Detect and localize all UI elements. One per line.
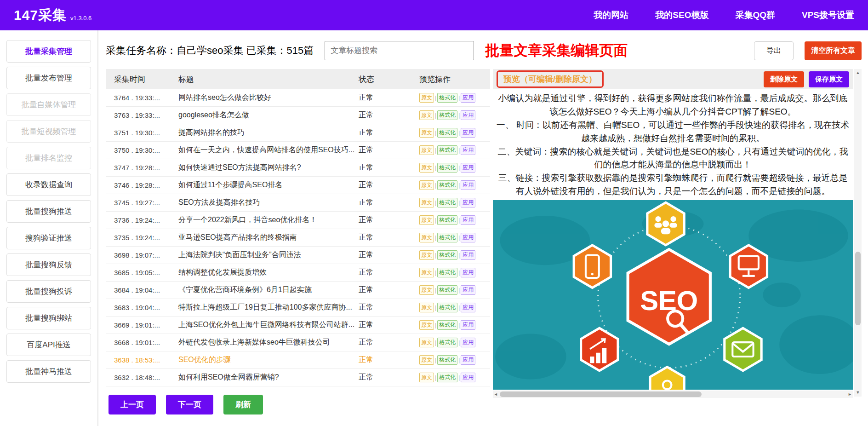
scroll-down-icon[interactable]: ▼ <box>855 389 861 397</box>
original-link[interactable]: 原文 <box>419 285 434 295</box>
original-link[interactable]: 原文 <box>419 198 434 207</box>
format-link[interactable]: 格式化 <box>437 268 457 277</box>
nav-my-website[interactable]: 我的网站 <box>594 9 628 21</box>
sidebar-item-publish-manage[interactable]: 批量发布管理 <box>6 67 91 89</box>
apply-link[interactable]: 应用 <box>461 338 475 347</box>
clear-all-articles-button[interactable]: 清空所有文章 <box>805 41 862 60</box>
sidebar-item-sogou-verify-push[interactable]: 搜狗验证推送 <box>6 227 91 249</box>
sidebar-item-sogou-bind-site[interactable]: 批量搜狗绑站 <box>6 307 91 329</box>
table-row[interactable]: 3764 . 19:33:...网站排名seo怎么做会比较好正常原文|格式化|应… <box>106 89 490 107</box>
table-row[interactable]: 3735 . 19:24:...亚马逊SEO提高产品排名的终极指南正常原文|格式… <box>106 229 490 247</box>
table-row[interactable]: 3747 . 19:28:...如何快速通过SEO方法提高网站排名?正常原文|格… <box>106 159 490 177</box>
table-row[interactable]: 3683 . 19:04:...特斯拉上海超级工厂19日复工推动100多家供应商… <box>106 299 490 317</box>
format-link[interactable]: 格式化 <box>437 285 457 295</box>
format-link[interactable]: 格式化 <box>437 355 457 365</box>
apply-link[interactable]: 应用 <box>461 215 475 225</box>
original-link[interactable]: 原文 <box>419 215 434 225</box>
apply-link[interactable]: 应用 <box>461 373 475 382</box>
table-row[interactable]: 3685 . 19:05:...结构调整优化发展提质增效正常原文|格式化|应用 <box>106 264 490 282</box>
nav-qq-group[interactable]: 采集QQ群 <box>735 9 775 21</box>
original-link[interactable]: 原文 <box>419 180 434 190</box>
sidebar-item-index-query[interactable]: 收录数据查询 <box>6 173 91 196</box>
original-link[interactable]: 原文 <box>419 268 434 277</box>
apply-link[interactable]: 应用 <box>461 268 475 277</box>
format-link[interactable]: 格式化 <box>437 198 457 207</box>
next-page-button[interactable]: 下一页 <box>166 395 213 414</box>
scroll-up-icon[interactable]: ▲ <box>855 69 861 77</box>
apply-link[interactable]: 应用 <box>461 163 475 173</box>
format-link[interactable]: 格式化 <box>437 233 457 242</box>
apply-link[interactable]: 应用 <box>461 180 475 190</box>
vertical-scroll-track[interactable] <box>854 77 862 389</box>
export-button[interactable]: 导出 <box>754 41 794 60</box>
refresh-button[interactable]: 刷新 <box>223 395 263 414</box>
original-link[interactable]: 原文 <box>419 320 434 330</box>
sidebar-item-sogou-complaint[interactable]: 批量搜狗投诉 <box>6 280 91 303</box>
apply-link[interactable]: 应用 <box>461 128 475 138</box>
original-link[interactable]: 原文 <box>419 93 434 103</box>
nav-my-seo-template[interactable]: 我的SEO模版 <box>655 9 708 21</box>
original-link[interactable]: 原文 <box>419 128 434 138</box>
table-row[interactable]: 3684 . 19:04:...《宁夏优化营商环境条例》6月1日起实施正常原文|… <box>106 282 490 299</box>
original-link[interactable]: 原文 <box>419 338 434 347</box>
sidebar-item-shenma-push[interactable]: 批量神马推送 <box>6 360 91 383</box>
table-row[interactable]: 3632 . 18:48:...如何利用SEO做全网霸屏营销?正常原文|格式化|… <box>106 369 490 386</box>
scroll-left-icon[interactable]: ◄ <box>493 391 499 398</box>
format-link[interactable]: 格式化 <box>437 145 457 155</box>
format-link[interactable]: 格式化 <box>437 338 457 347</box>
format-link[interactable]: 格式化 <box>437 215 457 225</box>
format-link[interactable]: 格式化 <box>437 320 457 330</box>
vertical-scrollbar[interactable]: ▲ ▼ <box>854 69 862 397</box>
sidebar-item-collect-manage[interactable]: 批量采集管理 <box>6 40 91 63</box>
format-link[interactable]: 格式化 <box>437 93 457 103</box>
original-link[interactable]: 原文 <box>419 355 434 365</box>
table-row[interactable]: 3746 . 19:28:...如何通过11个步骤提高SEO排名正常原文|格式化… <box>106 177 490 194</box>
sidebar-item-video-manage[interactable]: 批量短视频管理 <box>6 120 91 143</box>
apply-link[interactable]: 应用 <box>461 320 475 330</box>
apply-link[interactable]: 应用 <box>461 198 475 207</box>
apply-link[interactable]: 应用 <box>461 303 475 312</box>
sidebar-item-sogou-push[interactable]: 批量搜狗推送 <box>6 200 91 223</box>
delete-original-button[interactable]: 删除原文 <box>764 71 804 87</box>
horizontal-scrollbar[interactable]: ◄ ► <box>493 391 853 398</box>
format-link[interactable]: 格式化 <box>437 110 457 120</box>
table-row[interactable]: 3736 . 19:24:...分享一个2022新风口，抖音seo优化排名！正常… <box>106 212 490 229</box>
scroll-right-icon[interactable]: ► <box>847 391 853 398</box>
apply-link[interactable]: 应用 <box>461 145 475 155</box>
format-link[interactable]: 格式化 <box>437 250 457 260</box>
table-row[interactable]: 3751 . 19:30:...提高网站排名的技巧正常原文|格式化|应用 <box>106 124 490 142</box>
nav-vps-dial-settings[interactable]: VPS拨号设置 <box>802 9 854 21</box>
table-row[interactable]: 3750 . 19:30:...如何在一天之内，快速提高网站排名的使用SEO技巧… <box>106 142 490 159</box>
vertical-scroll-thumb[interactable] <box>855 252 861 325</box>
sidebar-item-baidu-api-push[interactable]: 百度API推送 <box>6 334 91 356</box>
horizontal-scroll-thumb[interactable] <box>500 391 702 397</box>
original-link[interactable]: 原文 <box>419 233 434 242</box>
table-row[interactable]: 3669 . 19:01:...上海SEO优化外包上海牛巨微网络科技有限公司站群… <box>106 317 490 334</box>
apply-link[interactable]: 应用 <box>461 355 475 365</box>
apply-link[interactable]: 应用 <box>461 233 475 242</box>
original-link[interactable]: 原文 <box>419 110 434 120</box>
table-row[interactable]: 3698 . 19:07:...上海法院判决“负面压制业务”合同违法正常原文|格… <box>106 247 490 264</box>
prev-page-button[interactable]: 上一页 <box>108 395 156 414</box>
sidebar-item-rank-monitor[interactable]: 批量排名监控 <box>6 147 91 169</box>
format-link[interactable]: 格式化 <box>437 163 457 173</box>
save-original-button[interactable]: 保存原文 <box>809 71 849 87</box>
original-link[interactable]: 原文 <box>419 250 434 260</box>
original-link[interactable]: 原文 <box>419 373 434 382</box>
apply-link[interactable]: 应用 <box>461 250 475 260</box>
article-title-search-input[interactable] <box>325 41 474 60</box>
apply-link[interactable]: 应用 <box>461 93 475 103</box>
preview-editor[interactable]: 小编认为就是通过引擎，得到好的，获得更多网站度我们称作流量，最后成成交。那么到底… <box>493 89 853 199</box>
table-row[interactable]: 3745 . 19:27:...SEO方法及提高排名技巧正常原文|格式化|应用 <box>106 194 490 212</box>
format-link[interactable]: 格式化 <box>437 373 457 382</box>
sidebar-item-media-manage[interactable]: 批量自媒体管理 <box>6 93 91 116</box>
original-link[interactable]: 原文 <box>419 145 434 155</box>
apply-link[interactable]: 应用 <box>461 285 475 295</box>
table-row-selected[interactable]: 3638 . 18:53:...SEO优化的步骤正常原文|格式化|应用 <box>106 351 490 369</box>
sidebar-item-sogou-feedback[interactable]: 批量搜狗反馈 <box>6 253 91 276</box>
format-link[interactable]: 格式化 <box>437 303 457 312</box>
format-link[interactable]: 格式化 <box>437 128 457 138</box>
format-link[interactable]: 格式化 <box>437 180 457 190</box>
table-row[interactable]: 3668 . 19:01:...外链代发包收录上海新媒体seo牛巨微科技公司正常… <box>106 334 490 351</box>
original-link[interactable]: 原文 <box>419 163 434 173</box>
